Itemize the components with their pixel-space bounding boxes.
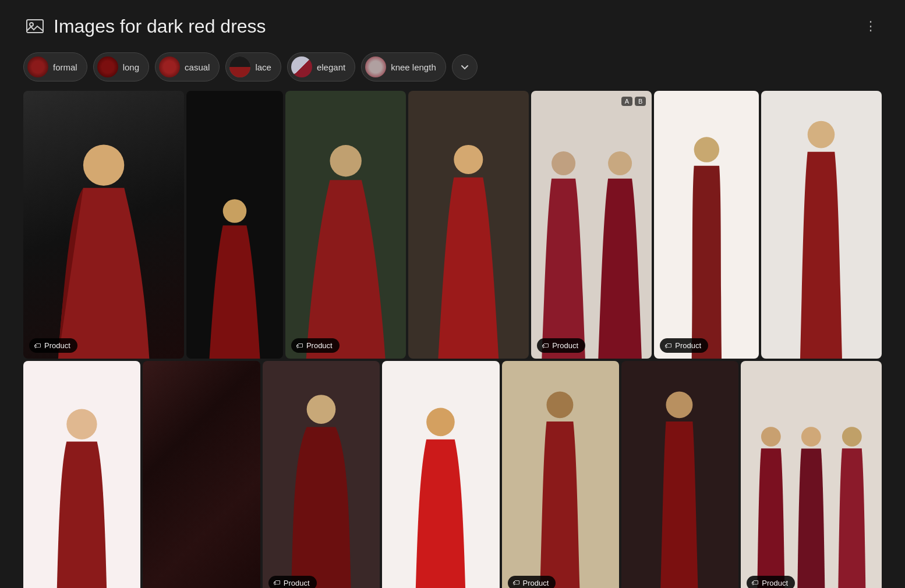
page-container: Images for dark red dress ⋮ formal long … [0, 0, 905, 588]
filter-thumb-lace [229, 56, 250, 77]
product-badge-r1c6: 🏷 Product [660, 338, 708, 353]
svg-point-3 [223, 199, 247, 223]
filter-chip-long[interactable]: long [93, 52, 149, 82]
grid-cell-r2c2[interactable] [143, 361, 260, 588]
filter-label-elegant: elegant [317, 62, 345, 72]
svg-point-8 [694, 137, 719, 162]
filter-chip-lace[interactable]: lace [225, 52, 281, 82]
image-grid: 🏷 Product [0, 91, 905, 588]
tag-icon: 🏷 [34, 342, 41, 350]
badge-label: Product [523, 579, 549, 587]
filter-label-knee-length: knee length [391, 62, 436, 72]
filter-chip-elegant[interactable]: elegant [287, 52, 355, 82]
product-badge-r2c5: 🏷 Product [508, 576, 556, 588]
grid-cell-r1c3[interactable]: 🏷 Product [285, 91, 406, 359]
svg-point-16 [801, 427, 821, 447]
svg-point-9 [808, 121, 835, 148]
svg-point-4 [330, 145, 361, 176]
svg-point-13 [546, 391, 573, 418]
tag-icon: 🏷 [751, 579, 758, 587]
grid-cell-r2c3[interactable]: 🏷 Product [263, 361, 380, 588]
filter-label-lace: lace [255, 62, 271, 72]
product-badge-r1c5: 🏷 Product [537, 338, 585, 353]
filter-thumb-knee-length [365, 56, 386, 77]
svg-point-11 [307, 395, 336, 424]
grid-cell-r2c4[interactable] [382, 361, 499, 588]
badge-label: Product [552, 341, 578, 350]
tag-icon: 🏷 [664, 342, 671, 350]
product-badge-r1c1: 🏷 Product [29, 338, 77, 353]
badge-label: Product [675, 341, 701, 350]
filter-chip-knee-length[interactable]: knee length [361, 52, 446, 82]
filter-chip-casual[interactable]: casual [155, 52, 220, 82]
grid-cell-r1c1[interactable]: 🏷 Product [23, 91, 184, 359]
filter-thumb-casual [159, 56, 180, 77]
filter-label-casual: casual [185, 62, 210, 72]
filter-thumb-formal [27, 56, 48, 77]
grid-cell-r2c7[interactable]: 🏷 Product [741, 361, 882, 588]
product-badge-r2c7: 🏷 Product [747, 576, 795, 588]
svg-point-7 [608, 151, 632, 175]
grid-cell-r1c5[interactable]: A B 🏷 Product [531, 91, 652, 359]
grid-cell-r1c4[interactable] [408, 91, 529, 359]
grid-cell-r2c1[interactable] [23, 361, 140, 588]
page-title: Images for dark red dress [54, 16, 853, 37]
svg-point-5 [454, 145, 483, 174]
badge-label: Product [284, 579, 310, 587]
filter-label-long: long [123, 62, 139, 72]
svg-point-15 [761, 427, 781, 447]
filter-label-formal: formal [53, 62, 77, 72]
grid-cell-r1c2[interactable] [186, 91, 283, 359]
svg-point-17 [842, 427, 862, 447]
more-options-button[interactable]: ⋮ [860, 14, 882, 38]
svg-point-14 [666, 391, 693, 418]
filter-bar: formal long casual lace [0, 48, 905, 91]
svg-point-12 [427, 408, 455, 436]
svg-point-10 [67, 409, 97, 439]
tag-icon: 🏷 [296, 342, 303, 350]
filter-thumb-elegant [291, 56, 312, 77]
svg-rect-0 [27, 20, 43, 33]
badge-label: Product [762, 579, 788, 587]
header: Images for dark red dress ⋮ [0, 0, 905, 48]
grid-cell-r2c6[interactable] [621, 361, 738, 588]
expand-filters-button[interactable] [452, 54, 478, 80]
tag-icon: 🏷 [512, 579, 519, 587]
grid-row-2: 🏷 Product [23, 361, 882, 588]
svg-point-2 [83, 145, 124, 186]
tag-icon: 🏷 [273, 579, 280, 587]
filter-thumb-long [97, 56, 118, 77]
tag-icon: 🏷 [542, 342, 549, 350]
filter-chip-formal[interactable]: formal [23, 52, 87, 82]
product-badge-r1c3: 🏷 Product [291, 338, 340, 353]
images-icon [23, 15, 47, 38]
badge-label: Product [44, 341, 70, 350]
grid-cell-r1c6[interactable]: 🏷 Product [654, 91, 759, 359]
svg-point-1 [30, 23, 33, 26]
grid-cell-r2c5[interactable]: 🏷 Product [502, 361, 619, 588]
badge-label: Product [306, 341, 333, 350]
svg-point-6 [552, 151, 575, 175]
grid-row-1: 🏷 Product [23, 91, 882, 359]
product-badge-r2c3: 🏷 Product [268, 576, 317, 588]
grid-cell-r1c7[interactable] [761, 91, 882, 359]
